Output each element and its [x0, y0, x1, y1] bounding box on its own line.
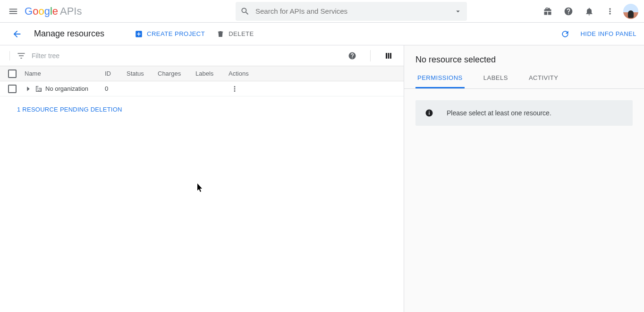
search-dropdown-icon[interactable]	[454, 7, 462, 16]
domain-icon	[35, 85, 42, 93]
col-status[interactable]: Status	[127, 70, 158, 77]
product-name: APIs	[60, 5, 82, 17]
back-arrow-icon[interactable]	[8, 25, 26, 43]
info-panel: No resource selected PERMISSIONS LABELS …	[404, 45, 644, 312]
table-header: Name ID Status Charges Labels Actions	[0, 66, 404, 81]
divider	[370, 50, 371, 61]
col-actions[interactable]: Actions	[229, 70, 262, 77]
filter-input[interactable]	[32, 52, 343, 60]
more-vert-icon[interactable]	[601, 2, 619, 21]
account-avatar[interactable]	[623, 4, 638, 19]
table-help-icon[interactable]	[343, 46, 362, 65]
action-bar: Manage resources CREATE PROJECT DELETE H…	[0, 23, 644, 45]
page-action-buttons: CREATE PROJECT DELETE	[131, 26, 258, 42]
svg-rect-1	[429, 113, 430, 115]
page-title: Manage resources	[34, 29, 104, 39]
row-checkbox[interactable]	[8, 85, 17, 93]
col-labels[interactable]: Labels	[195, 70, 229, 77]
notifications-icon[interactable]	[580, 2, 599, 21]
help-icon[interactable]	[559, 2, 578, 21]
top-bar-actions	[538, 2, 638, 21]
row-id: 0	[105, 85, 127, 92]
expand-chevron-icon[interactable]	[25, 85, 32, 93]
tab-permissions[interactable]: PERMISSIONS	[415, 70, 465, 88]
filter-bar	[0, 45, 404, 66]
search-input[interactable]	[250, 7, 454, 15]
column-chooser-icon[interactable]	[379, 46, 398, 65]
search-icon	[240, 7, 250, 16]
top-app-bar: Google APIs	[0, 0, 644, 23]
delete-label: DELETE	[229, 30, 254, 37]
svg-rect-2	[429, 111, 430, 112]
create-project-button[interactable]: CREATE PROJECT	[131, 26, 209, 42]
main-panel: Name ID Status Charges Labels Actions No…	[0, 45, 404, 312]
info-icon	[425, 109, 433, 117]
google-apis-logo[interactable]: Google APIs	[25, 5, 82, 17]
add-box-icon	[135, 30, 143, 38]
create-project-label: CREATE PROJECT	[147, 30, 205, 37]
pending-deletion-link[interactable]: 1 RESOURCE PENDING DELETION	[17, 106, 122, 113]
col-charges[interactable]: Charges	[158, 70, 195, 77]
search-bar[interactable]	[236, 2, 467, 21]
col-name[interactable]: Name	[25, 70, 105, 77]
trash-icon	[216, 30, 225, 38]
tab-activity[interactable]: ACTIVITY	[527, 70, 560, 88]
refresh-icon[interactable]	[556, 25, 575, 43]
gift-icon[interactable]	[538, 2, 557, 21]
row-actions-menu-icon[interactable]	[229, 83, 241, 95]
tab-labels[interactable]: LABELS	[482, 70, 510, 88]
hide-info-panel-button[interactable]: HIDE INFO PANEL	[580, 30, 636, 37]
filter-icon[interactable]	[17, 51, 26, 61]
hamburger-menu-icon[interactable]	[4, 2, 23, 21]
info-panel-title: No resource selected	[404, 45, 644, 70]
col-id[interactable]: ID	[105, 70, 127, 77]
delete-button[interactable]: DELETE	[212, 26, 258, 42]
table-row[interactable]: No organization 0	[0, 81, 404, 96]
info-panel-notice: Please select at least one resource.	[415, 100, 633, 126]
row-name: No organization	[45, 85, 88, 92]
info-panel-tabs: PERMISSIONS LABELS ACTIVITY	[404, 70, 644, 89]
select-all-checkbox[interactable]	[8, 69, 17, 78]
info-notice-text: Please select at least one resource.	[447, 109, 551, 117]
